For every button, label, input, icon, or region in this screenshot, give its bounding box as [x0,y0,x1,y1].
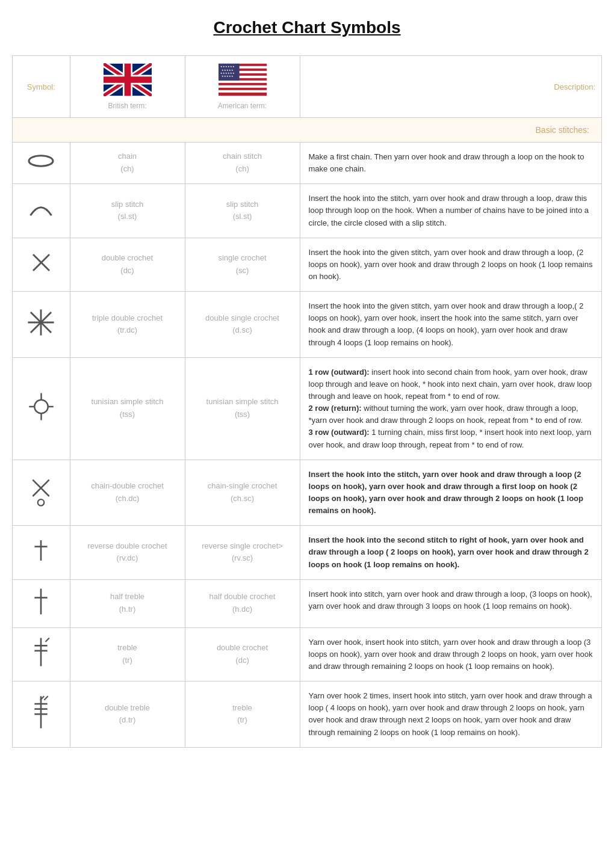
table-row: treble(tr)double crochet(dc)Yarn over ho… [13,627,602,681]
american-term-label: American term: [191,102,294,110]
american-term-cell: double crochet(dc) [185,627,300,681]
crochet-symbols-table: Symbol: British term: [12,55,602,748]
american-term-text: double single crochet(d.sc) [205,313,279,335]
american-term-cell: double single crochet(d.sc) [185,292,300,358]
british-term-text: half treble(h.tr) [110,592,144,614]
symbol-cell [13,238,70,291]
symbol-cell [13,627,70,681]
american-term-cell: slip stitch(sl.st) [185,184,300,238]
symbol-cell [13,184,70,238]
american-term-cell: reverse single crochet>(rv.sc) [185,526,300,579]
american-term-text: tunisian simple stitch(tss) [206,397,279,419]
british-term-text: treble(tr) [117,643,137,665]
american-flag-header: ★★★★★★ ★★★★★ ★★★★★★ ★★★★★ American term: [185,56,300,118]
symbol-cell [13,526,70,579]
british-term-cell: chain(ch) [70,143,185,184]
symbol-label: Symbol: [27,82,55,91]
american-term-cell: half double crochet(h.dc) [185,579,300,627]
description-cell: Make a first chain. Then yarn over hook … [300,143,601,184]
american-term-cell: treble(tr) [185,682,300,748]
table-row: half treble(h.tr)half double crochet(h.d… [13,579,602,627]
description-label: Description: [554,82,595,91]
table-row: triple double crochet(tr.dc)double singl… [13,292,602,358]
description-text: Yarn over hook, insert hook into stitch,… [309,638,593,671]
svg-line-40 [45,696,48,700]
american-term-cell: single crochet(sc) [185,238,300,291]
british-term-cell: treble(tr) [70,627,185,681]
symbol-cell [13,357,70,460]
british-term-cell: double crochet(dc) [70,238,185,291]
american-term-text: single crochet(sc) [218,253,266,275]
uk-flag-icon [104,63,152,96]
description-text: Insert the hook into the given stitch, y… [309,301,584,346]
description-text: Insert the hook into the second stitch t… [309,535,589,568]
description-text: Make a first chain. Then yarn over hook … [309,152,585,173]
british-term-text: slip stitch(sl.st) [111,200,143,221]
description-text: 1 row (outward): insert hook into second… [309,368,592,449]
british-term-cell: triple double crochet(tr.dc) [70,292,185,358]
british-term-text: reverse double crochet(rv.dc) [87,541,167,563]
description-cell: Yarn over hook 2 times, insert hook into… [300,682,601,748]
american-term-cell: chain stitch(ch) [185,143,300,184]
symbol-cell [13,460,70,526]
description-cell: Insert the hook into the stitch, yarn ov… [300,460,601,526]
table-row: chain-double crochet(ch.dc)chain-single … [13,460,602,526]
description-cell: Insert hook into stitch, yarn over hook … [300,579,601,627]
american-term-cell: chain-single crochet(ch.sc) [185,460,300,526]
table-row: reverse double crochet(rv.dc)reverse sin… [13,526,602,579]
british-term-text: tunisian simple stitch(tss) [91,397,164,419]
description-cell: Yarn over hook, insert hook into stitch,… [300,627,601,681]
american-term-text: chain stitch(ch) [223,152,262,173]
svg-text:★★★★★★: ★★★★★★ [220,72,234,75]
symbol-header: Symbol: [13,56,70,118]
svg-point-27 [38,499,45,506]
table-row: double crochet(dc)single crochet(sc)Inse… [13,238,602,291]
british-term-cell: chain-double crochet(ch.dc) [70,460,185,526]
table-row: chain(ch)chain stitch(ch)Make a first ch… [13,143,602,184]
british-flag-header: British term: [70,56,185,118]
svg-rect-7 [219,90,267,93]
american-term-text: slip stitch(sl.st) [226,200,258,221]
american-term-text: reverse single crochet>(rv.sc) [202,541,283,563]
svg-line-35 [46,638,49,642]
svg-text:★★★★★: ★★★★★ [222,75,234,78]
american-term-text: double crochet(dc) [217,643,268,665]
description-text: Insert the hook into the stitch, yarn ov… [309,194,589,227]
british-term-label: British term: [76,102,179,110]
symbol-cell [13,292,70,358]
svg-point-20 [34,399,48,413]
british-term-cell: tunisian simple stitch(tss) [70,357,185,460]
svg-rect-5 [219,81,267,83]
description-text: Insert hook into stitch, yarn over hook … [309,589,592,611]
svg-point-13 [29,156,53,167]
section-title: Basic stitches: [13,118,602,143]
page-title: Crochet Chart Symbols [12,18,602,37]
british-term-text: chain(ch) [118,152,137,173]
american-term-text: chain-single crochet(ch.sc) [208,481,278,503]
description-cell: Insert the hook into the given stitch, y… [300,238,601,291]
american-term-text: treble(tr) [232,703,252,725]
description-text: Insert the hook into the stitch, yarn ov… [309,470,583,515]
description-cell: 1 row (outward): insert hook into second… [300,357,601,460]
symbol-cell [13,579,70,627]
british-term-cell: reverse double crochet(rv.dc) [70,526,185,579]
american-term-text: half double crochet(h.dc) [209,592,276,614]
description-header: Description: [300,56,601,118]
table-row: slip stitch(sl.st)slip stitch(sl.st)Inse… [13,184,602,238]
description-text: Yarn over hook 2 times, insert hook into… [309,691,592,736]
british-term-text: chain-double crochet(ch.dc) [91,481,164,503]
description-cell: Insert the hook into the stitch, yarn ov… [300,184,601,238]
table-row: double treble(d.tr)treble(tr)Yarn over h… [13,682,602,748]
svg-rect-6 [219,85,267,88]
us-flag-icon: ★★★★★★ ★★★★★ ★★★★★★ ★★★★★ [219,63,267,96]
description-cell: Insert the hook into the second stitch t… [300,526,601,579]
description-cell: Insert the hook into the given stitch, y… [300,292,601,358]
british-term-cell: half treble(h.tr) [70,579,185,627]
british-term-text: double treble(d.tr) [105,703,150,725]
svg-text:★★★★★: ★★★★★ [222,69,234,72]
symbol-cell [13,682,70,748]
american-term-cell: tunisian simple stitch(tss) [185,357,300,460]
table-row: tunisian simple stitch(tss)tunisian simp… [13,357,602,460]
british-term-text: double crochet(dc) [102,253,153,275]
symbol-cell [13,143,70,184]
